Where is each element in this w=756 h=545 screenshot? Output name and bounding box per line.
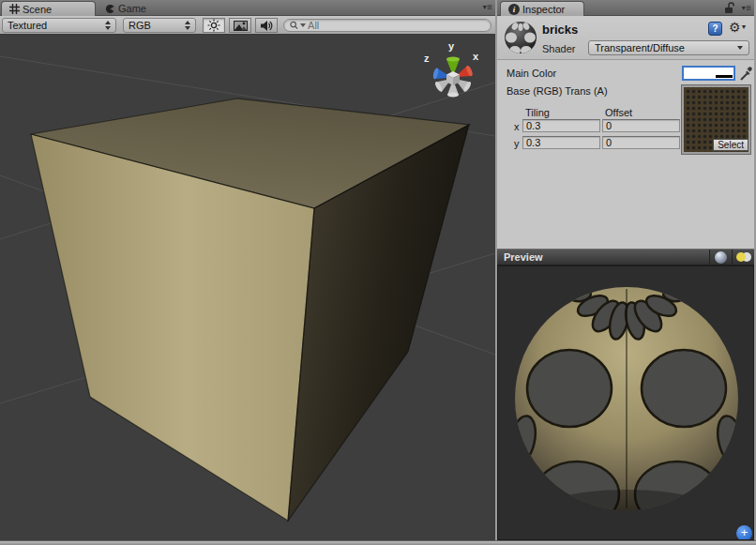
scene-toolbar: Textured RGB [0,16,495,35]
tiling-row-y-label: y [514,138,520,149]
gizmo-y-label[interactable]: y [448,40,455,52]
tiling-y-input[interactable] [522,136,600,149]
scene-3d-view: y x z [0,35,495,540]
search-input[interactable] [308,20,485,31]
alpha-bar [716,75,733,78]
material-preview-area[interactable]: + [497,265,754,540]
material-properties: Main Color Base (RGB) Trans (A) Select T… [497,60,754,249]
tab-game-label: Game [118,3,146,14]
main-color-swatch[interactable] [682,66,735,81]
inspector-tabbar: i Inspector ▼≡ [497,0,754,16]
preview-model-toggle-button[interactable] [709,250,732,265]
offset-x-input[interactable] [602,119,680,132]
audio-toggle-button[interactable] [255,18,278,33]
offset-header: Offset [605,107,632,118]
inspector-menu-icon[interactable]: ▼≡ [740,3,750,13]
speaker-icon [260,20,273,32]
base-map-label: Base (RGB) Trans (A) [507,85,608,97]
preview-title: Preview [497,251,543,263]
eyedropper-icon[interactable] [740,66,753,81]
offset-y-input[interactable] [602,136,680,149]
image-icon [234,21,248,31]
updown-arrows-icon [105,21,111,30]
tiling-x-input[interactable] [522,119,600,132]
sphere-icon [715,251,727,264]
color-mode-value: RGB [129,20,181,31]
search-filter-caret-icon[interactable] [300,23,306,27]
scene-viewport[interactable]: y x z [0,35,495,540]
tab-scene-label: Scene [23,4,52,15]
scene-panel: Scene Game ▼≡ Textured RGB [0,0,495,540]
color-mode-dropdown[interactable]: RGB [123,18,196,33]
scene-orientation-gizmo[interactable]: y x z [424,40,479,97]
material-header: bricks Shader Transparent/Diffuse ? ⚙▼ [497,16,754,60]
gizmo-z-label[interactable]: z [424,53,430,64]
main-color-label: Main Color [507,68,556,79]
info-icon: i [508,4,520,15]
scene-search-field[interactable] [283,19,491,32]
preview-sphere [498,266,753,539]
scene-menu-icon[interactable]: ▼≡ [481,2,491,12]
base-texture-thumbnail[interactable]: Select [682,85,750,154]
lights-icon [736,252,751,262]
preview-lighting-toggle-button[interactable] [732,250,754,265]
help-icon[interactable]: ? [708,22,722,36]
sun-icon [207,19,220,32]
tiling-header: Tiling [525,107,550,118]
gizmo-center-cube[interactable] [446,71,460,85]
panel-splitter[interactable] [495,0,497,540]
updown-arrows-icon [185,21,190,30]
gizmo-x-label[interactable]: x [473,51,479,62]
lock-icon[interactable] [724,2,735,14]
select-texture-button[interactable]: Select [713,139,748,151]
window-bottom-edge [0,540,756,545]
material-name: bricks [542,23,578,37]
tab-game[interactable]: Game [99,1,156,16]
draw-mode-dropdown[interactable]: Textured [2,18,116,33]
textured-cube[interactable] [31,79,495,540]
material-ball-icon [503,20,538,55]
preview-header[interactable]: Preview [497,249,754,265]
gear-icon[interactable]: ⚙▼ [729,20,748,35]
draw-mode-value: Textured [8,20,101,31]
tab-inspector[interactable]: i Inspector [500,1,584,16]
tab-inspector-label: Inspector [522,4,565,15]
game-icon [105,4,115,14]
scene-tabbar: Scene Game ▼≡ [0,0,495,16]
search-icon [290,21,298,30]
shader-value: Transparent/Diffuse [595,42,685,53]
tiling-row-x-label: x [514,121,520,132]
chevron-down-icon [737,46,743,50]
add-button[interactable]: + [736,525,752,540]
tab-scene[interactable]: Scene [1,1,96,16]
unity-editor-window: Scene Game ▼≡ Textured RGB [0,0,756,545]
lighting-toggle-button[interactable] [203,18,225,33]
shader-dropdown[interactable]: Transparent/Diffuse [588,40,749,55]
shader-field-label: Shader [542,43,575,54]
scene-grid-icon [9,4,20,14]
inspector-panel: i Inspector ▼≡ [497,0,754,540]
skybox-toggle-button[interactable] [229,18,251,33]
